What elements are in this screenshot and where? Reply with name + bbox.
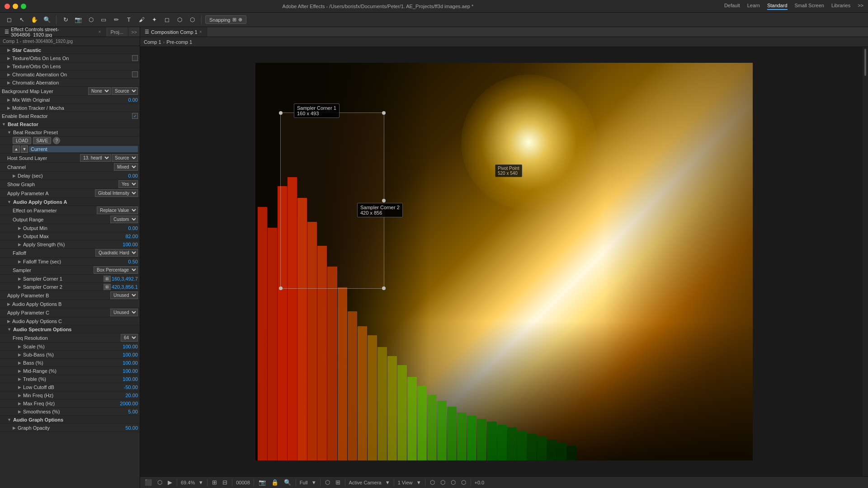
min-freq-value[interactable]: 20.00 [120, 393, 138, 398]
chromatic-aberration-row[interactable]: ▶ Chromatic Aberration [0, 79, 140, 87]
mix-orig-tri[interactable]: ▶ [7, 98, 10, 102]
treble-value[interactable]: 100.00 [120, 376, 138, 382]
low-cutoff-value[interactable]: -50.00 [120, 385, 138, 390]
chromatic-aberration-on-row[interactable]: ▶ Chromatic Aberration On [0, 70, 140, 79]
falloff-dropdown[interactable]: Quadratic Hard [95, 249, 138, 257]
effect-controls-tab[interactable]: ☰ Effect Controls street-3064806_1920.jp… [0, 27, 106, 37]
comp-viewer[interactable]: Sampler Corner 1 160 x 493 Sampler Corne… [140, 47, 868, 476]
low-cutoff-row[interactable]: ▶ Low Cutoff dB -50.00 [0, 383, 140, 391]
scale-value[interactable]: 100.00 [120, 344, 138, 349]
host-sound-source-dropdown[interactable]: Source [112, 154, 138, 162]
delay-tri[interactable]: ▶ [13, 174, 16, 178]
bass-row[interactable]: ▶ Bass (%) 100.00 [0, 359, 140, 367]
comp-main-tab[interactable]: ☰ Composition Comp 1 × [140, 27, 207, 37]
falloff-row[interactable]: Falloff Quadratic Hard [0, 249, 140, 258]
status-preview-render-btn[interactable]: ⬛ [144, 479, 153, 486]
sub-bass-value[interactable]: 100.00 [120, 352, 138, 357]
output-range-row[interactable]: Output Range Custom [0, 215, 140, 224]
apply-param-c-row[interactable]: Apply Parameter C Unused [0, 308, 140, 317]
audio-apply-b-tri[interactable]: ▶ [7, 302, 10, 306]
graph-opacity-tri[interactable]: ▶ [13, 426, 16, 430]
channel-row[interactable]: Channel Mixed [0, 163, 140, 172]
sub-bass-row[interactable]: ▶ Sub-Bass (%) 100.00 [0, 351, 140, 359]
audio-apply-options-a-row[interactable]: ▼ Audio Apply Options A [0, 198, 140, 206]
breadcrumb-precomp1[interactable]: Pre-comp 1 [166, 39, 192, 45]
host-sound-layer-dropdown[interactable]: 13. heartl [80, 154, 111, 162]
tool-shape-rect[interactable]: ▭ [98, 14, 109, 25]
star-caustic-triangle[interactable]: ▶ [7, 48, 10, 52]
apply-strength-row[interactable]: ▶ Apply Strength (%) 100.00 [0, 240, 140, 249]
sampler-dropdown[interactable]: Box Percentage [94, 266, 138, 274]
max-freq-value[interactable]: 2000.00 [120, 401, 138, 406]
graph-opacity-row[interactable]: ▶ Graph Opacity 50.00 [0, 424, 140, 432]
audio-apply-options-c-row[interactable]: ▶ Audio Apply Options C [0, 317, 140, 325]
effect-controls-panel[interactable]: ▶ Star Caustic ▶ Texture/Orbs On Lens On… [0, 46, 140, 488]
output-max-tri[interactable]: ▶ [18, 234, 21, 239]
bass-tri[interactable]: ▶ [18, 361, 21, 365]
preset-nav-up-btn[interactable]: ▲ [13, 145, 20, 153]
sample-corner-tl[interactable] [279, 111, 283, 115]
smoothness-value[interactable]: 5.00 [120, 409, 138, 414]
workspace-learn[interactable]: Learn [747, 3, 760, 10]
sample-corner-br[interactable] [382, 286, 386, 290]
workspace-default[interactable]: Default [724, 3, 740, 10]
audio-graph-options-row[interactable]: ▼ Audio Graph Options [0, 416, 140, 424]
status-view-layout-4[interactable]: ⬡ [460, 479, 467, 486]
min-freq-row[interactable]: ▶ Min Freq (Hz) 20.00 [0, 391, 140, 399]
falloff-time-row[interactable]: ▶ Falloff Time (sec) 0.50 [0, 258, 140, 266]
status-lock-btn[interactable]: 🔒 [270, 479, 279, 486]
mid-range-value[interactable]: 100.00 [120, 368, 138, 374]
workspace-libraries[interactable]: Libraries [831, 3, 850, 10]
apply-param-b-dropdown[interactable]: Unused [110, 291, 138, 299]
audio-apply-a-tri[interactable]: ▼ [7, 200, 11, 204]
output-range-dropdown[interactable]: Custom [110, 216, 138, 223]
motion-tracker-row[interactable]: ▶ Motion Tracker / Mocha [0, 104, 140, 112]
apply-strength-tri[interactable]: ▶ [18, 242, 21, 247]
apply-param-a-row[interactable]: Apply Parameter A Global Intensity [0, 189, 140, 198]
workspace-more[interactable]: >> [858, 3, 863, 10]
status-quality-dropdown-btn[interactable]: ▾ [311, 479, 316, 486]
freq-resolution-dropdown[interactable]: 64 [121, 334, 138, 342]
sampler-row[interactable]: Sampler Box Percentage [0, 266, 140, 275]
show-graph-row[interactable]: Show Graph Yes [0, 180, 140, 189]
max-freq-row[interactable]: ▶ Max Freq (Hz) 2000.00 [0, 399, 140, 408]
effect-on-param-row[interactable]: Effect on Parameter Replace Value [0, 206, 140, 215]
chromatic-aberration-on-tri[interactable]: ▶ [7, 72, 10, 77]
host-sound-layer-row[interactable]: Host Sound Layer 13. heartl Source [0, 154, 140, 163]
sample-region-box[interactable] [280, 113, 384, 289]
status-view-display-1[interactable]: ⬡ [324, 479, 331, 486]
status-view-layout-2[interactable]: ⬡ [439, 479, 446, 486]
sampler-corner-2-tri[interactable]: ▶ [18, 285, 21, 289]
scrollbar-handle[interactable] [864, 49, 866, 76]
tool-type[interactable]: T [123, 14, 134, 25]
sub-bass-tri[interactable]: ▶ [18, 352, 21, 357]
tool-pen[interactable]: ✏ [111, 14, 122, 25]
tool-roto[interactable]: ⬡ [174, 14, 185, 25]
status-view-layout-1[interactable]: ⬡ [429, 479, 436, 486]
falloff-time-tri[interactable]: ▶ [18, 259, 21, 264]
sampler-corner-1-value[interactable]: 160,3,492.7 [112, 276, 138, 282]
preset-help-btn[interactable]: ? [53, 137, 60, 144]
workspace-standard[interactable]: Standard [767, 3, 788, 10]
mid-range-tri[interactable]: ▶ [18, 369, 21, 373]
status-view-count-dropdown-btn[interactable]: ▾ [416, 479, 421, 486]
effect-controls-tab-close[interactable]: × [99, 29, 101, 34]
mix-with-original-row[interactable]: ▶ Mix With Original 0.00 [0, 96, 140, 104]
chromatic-aberration-tri[interactable]: ▶ [7, 80, 10, 85]
mid-range-row[interactable]: ▶ Mid-Range (%) 100.00 [0, 367, 140, 375]
status-search-btn[interactable]: 🔍 [283, 479, 292, 486]
smoothness-row[interactable]: ▶ Smoothness (%) 5.00 [0, 408, 140, 416]
maximize-window-btn[interactable] [21, 4, 26, 9]
beat-reactor-preset-row[interactable]: ▼ Beat Reactor Preset [0, 128, 140, 136]
status-camera-btn[interactable]: 📷 [258, 479, 267, 486]
tool-clone[interactable]: ✦ [149, 14, 160, 25]
output-min-row[interactable]: ▶ Output Min 0.00 [0, 224, 140, 232]
mix-with-original-value[interactable]: 0.00 [120, 97, 138, 103]
delay-value[interactable]: 0.00 [120, 173, 138, 178]
apply-strength-value[interactable]: 100.00 [120, 242, 138, 247]
sampler-corner-1-tri[interactable]: ▶ [18, 277, 21, 281]
apply-param-b-row[interactable]: Apply Parameter B Unused [0, 291, 140, 300]
beat-reactor-tri[interactable]: ▼ [2, 122, 6, 127]
output-min-tri[interactable]: ▶ [18, 226, 21, 230]
status-view-layout-3[interactable]: ⬡ [450, 479, 457, 486]
